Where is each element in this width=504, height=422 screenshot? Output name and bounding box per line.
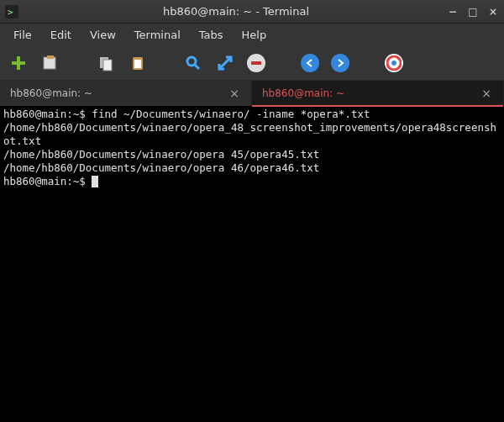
forward-icon[interactable]: [331, 54, 349, 72]
terminal-output[interactable]: hb860@main:~$ find ~/Documents/winaero/ …: [0, 106, 504, 422]
output-line: /home/hb860/Documents/winaero/opera 45/o…: [3, 148, 319, 161]
svg-rect-4: [44, 57, 55, 69]
menu-help[interactable]: Help: [234, 26, 276, 44]
close-button[interactable]: ×: [487, 6, 499, 18]
shell-prompt: hb860@main:~$: [3, 175, 92, 187]
svg-rect-3: [12, 61, 25, 65]
output-line: /home/hb860/Documents/winaero/opera 46/o…: [3, 161, 319, 174]
menu-edit[interactable]: Edit: [42, 26, 80, 44]
tab-label: hb860@main: ~: [262, 87, 480, 99]
terminal-app-icon: >: [5, 5, 18, 18]
svg-text:>: >: [8, 7, 13, 18]
tab-label: hb860@main: ~: [10, 87, 228, 99]
help-icon[interactable]: [385, 54, 403, 72]
copy-icon[interactable]: [96, 53, 116, 73]
terminal-tab[interactable]: hb860@main: ~×: [0, 81, 252, 106]
toolbar: [0, 45, 504, 81]
svg-line-11: [195, 65, 199, 69]
menu-terminal[interactable]: Terminal: [126, 26, 189, 44]
new-tab-icon[interactable]: [8, 53, 29, 73]
tab-close-icon[interactable]: ×: [228, 87, 241, 100]
menu-tabs[interactable]: Tabs: [191, 26, 232, 44]
fullscreen-icon[interactable]: [215, 53, 235, 73]
tabbar: hb860@main: ~×hb860@main: ~×: [0, 81, 504, 106]
output-line: /home/hb860/Documents/winaero/opera_48_s…: [3, 121, 496, 147]
svg-rect-13: [251, 61, 261, 65]
menu-view[interactable]: View: [81, 26, 124, 44]
svg-line-12: [219, 57, 231, 69]
back-icon[interactable]: [301, 54, 319, 72]
window-title: hb860@main: ~ - Terminal: [25, 5, 447, 18]
titlebar: > hb860@main: ~ - Terminal − □ ×: [0, 0, 504, 24]
svg-rect-7: [103, 60, 112, 71]
menubar: FileEditViewTerminalTabsHelp: [0, 24, 504, 45]
svg-rect-5: [47, 55, 54, 59]
shell-prompt: hb860@main:~$: [3, 108, 92, 120]
svg-point-10: [187, 57, 196, 66]
shell-command: find ~/Documents/winaero/ -iname *opera*…: [92, 108, 370, 120]
paste-icon[interactable]: [128, 53, 148, 73]
tab-close-icon[interactable]: ×: [480, 87, 493, 100]
preferences-icon[interactable]: [247, 54, 265, 72]
svg-point-15: [391, 61, 396, 66]
terminal-tab[interactable]: hb860@main: ~×: [252, 81, 504, 106]
new-window-icon[interactable]: [40, 53, 60, 73]
cursor: [92, 176, 98, 187]
minimize-button[interactable]: −: [447, 6, 459, 18]
maximize-button[interactable]: □: [467, 6, 479, 18]
svg-rect-9: [134, 60, 141, 68]
menu-file[interactable]: File: [5, 26, 40, 44]
search-icon[interactable]: [183, 53, 203, 73]
